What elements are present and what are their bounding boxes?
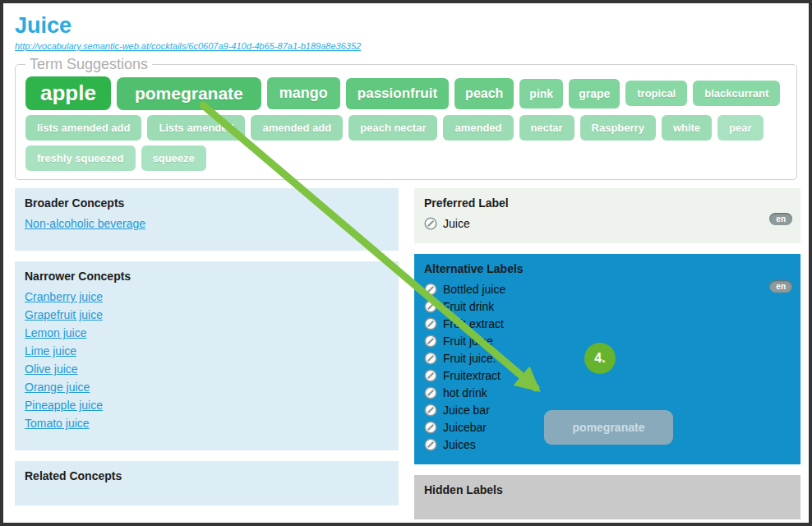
- alternative-label-item: Bottled juice: [424, 280, 791, 298]
- term-suggestion-button[interactable]: blackcurrant: [693, 81, 780, 106]
- alternative-label-text: Fruit juice: [443, 335, 493, 348]
- term-suggestion-button[interactable]: peach nectar: [348, 115, 437, 141]
- term-suggestion-label: peach: [465, 86, 503, 100]
- alternative-label-text: Juicebar: [443, 421, 487, 434]
- term-suggestion-label: white: [673, 122, 700, 134]
- term-suggestion-button[interactable]: peach: [454, 78, 514, 109]
- edit-icon[interactable]: [424, 283, 437, 296]
- alternative-label-text: Fruit juice.: [443, 352, 496, 365]
- term-suggestion-button[interactable]: Lists amended: [147, 115, 245, 141]
- edit-icon[interactable]: [424, 300, 437, 313]
- labels-column: Preferred Label Juice en Alternative Lab…: [414, 188, 800, 526]
- concept-link[interactable]: Cranberry juice: [25, 288, 389, 306]
- term-suggestion-button[interactable]: mango: [267, 77, 340, 109]
- term-suggestion-label: Raspberry: [592, 122, 644, 134]
- alternative-label-text: Juices: [443, 438, 476, 451]
- preferred-label-text: Juice: [443, 217, 470, 230]
- preferred-label-heading: Preferred Label: [424, 196, 791, 210]
- hidden-labels-heading: Hidden Labels: [424, 482, 791, 497]
- term-suggestion-label: squeeze: [153, 152, 195, 164]
- term-suggestion-label: pear: [729, 122, 751, 134]
- term-suggestion-button[interactable]: lists amended add: [25, 115, 141, 141]
- term-suggestion-button[interactable]: pink: [519, 79, 563, 108]
- vocabulary-editor-page: { "page": { "title": "Juice", "uri": "ht…: [0, 0, 812, 526]
- edit-icon[interactable]: [424, 217, 437, 230]
- term-suggestion-label: pomegranate: [135, 84, 243, 103]
- concept-link[interactable]: Non-alcoholic beverage: [25, 215, 389, 233]
- related-concepts-heading: Related Concepts: [25, 468, 389, 483]
- edit-icon[interactable]: [424, 335, 437, 348]
- alternative-label-text: Fruitextract: [443, 369, 501, 382]
- alternative-label-item: Fruit extract: [424, 315, 791, 332]
- term-suggestions-legend: Term Suggestions: [25, 56, 152, 73]
- alternative-label-text: Fruit extract: [443, 317, 504, 330]
- page-header: Juice http://vocabulary.semantic-web.at/…: [3, 3, 809, 53]
- alternative-labels-heading: Alternative Labels: [424, 261, 791, 276]
- concept-link[interactable]: Tomato juice: [25, 414, 389, 432]
- alternative-label-text: Juice bar: [443, 404, 490, 417]
- term-suggestion-label: peach nectar: [360, 122, 426, 134]
- preferred-label-panel: Preferred Label Juice en: [414, 188, 800, 243]
- term-suggestion-button[interactable]: squeeze: [141, 145, 206, 171]
- edit-icon[interactable]: [424, 317, 437, 330]
- concept-link[interactable]: Lemon juice: [25, 324, 389, 342]
- term-suggestion-label: freshly squeezed: [37, 152, 124, 164]
- edit-icon[interactable]: [424, 352, 437, 365]
- term-suggestion-label: mango: [279, 85, 328, 101]
- broader-concepts-heading: Broader Concepts: [25, 196, 389, 210]
- concept-uri-link[interactable]: http://vocabulary.semantic-web.at/cockta…: [15, 41, 361, 51]
- edit-icon[interactable]: [424, 386, 437, 399]
- concept-link[interactable]: Olive juice: [25, 360, 389, 378]
- edit-icon[interactable]: [424, 369, 437, 382]
- narrower-concepts-heading: Narrower Concepts: [25, 269, 389, 284]
- alternative-label-text: hot drink: [443, 386, 487, 399]
- edit-icon[interactable]: [424, 421, 437, 434]
- concept-link[interactable]: Orange juice: [25, 378, 389, 396]
- term-suggestion-button[interactable]: amended add: [251, 115, 343, 141]
- concept-link[interactable]: Lime juice: [25, 342, 389, 360]
- term-suggestion-label: nectar: [531, 122, 563, 134]
- hidden-labels-panel: Hidden Labels: [414, 475, 800, 519]
- narrower-concepts-list: Cranberry juiceGrapefruit juiceLemon jui…: [25, 288, 389, 432]
- language-badge: en: [769, 280, 792, 293]
- term-suggestion-label: amended: [454, 122, 501, 134]
- alternative-label-text: Fruit drink: [443, 300, 494, 313]
- alternative-label-item: Fruit drink: [424, 298, 791, 315]
- term-suggestion-button[interactable]: pomegranate: [117, 77, 261, 110]
- term-suggestion-button[interactable]: grape: [569, 79, 620, 108]
- term-suggestion-label: passionfruit: [358, 85, 437, 101]
- term-suggestion-label: blackcurrant: [704, 87, 768, 99]
- broader-concepts-list: Non-alcoholic beverage: [25, 215, 389, 233]
- edit-icon[interactable]: [424, 438, 437, 451]
- term-suggestion-button[interactable]: white: [662, 115, 712, 141]
- concept-link[interactable]: Pineapple juice: [25, 396, 389, 414]
- term-suggestion-button[interactable]: amended: [443, 115, 513, 141]
- term-suggestion-button[interactable]: pear: [717, 115, 763, 141]
- drag-ghost-pomegranate[interactable]: pomegranate: [544, 410, 673, 445]
- related-concepts-panel: Related Concepts: [15, 461, 399, 505]
- term-suggestion-label: apple: [40, 81, 96, 105]
- concept-link[interactable]: Grapefruit juice: [25, 306, 389, 324]
- term-suggestion-label: grape: [579, 87, 610, 100]
- preferred-label-item: Juice: [424, 215, 791, 232]
- main-content: Broader Concepts Non-alcoholic beverage …: [3, 188, 809, 526]
- term-suggestion-label: tropical: [637, 87, 676, 99]
- relations-column: Broader Concepts Non-alcoholic beverage …: [15, 188, 399, 526]
- broader-concepts-panel: Broader Concepts Non-alcoholic beverage: [15, 188, 399, 251]
- term-suggestions-panel: Term Suggestions apple pomegranate mango…: [15, 56, 797, 180]
- term-suggestion-button[interactable]: passionfruit: [346, 78, 449, 109]
- alternative-label-text: Bottled juice: [443, 283, 505, 296]
- alternative-labels-panel: Alternative Labels Bottled juice: [414, 254, 800, 464]
- term-suggestion-label: Lists amended: [159, 122, 233, 134]
- term-suggestions-list: apple pomegranate mango passionfruit pea…: [25, 76, 788, 171]
- narrower-concepts-panel: Narrower Concepts Cranberry juiceGrapefr…: [15, 261, 399, 450]
- term-suggestion-button[interactable]: tropical: [625, 81, 687, 106]
- alternative-label-item: hot drink: [424, 384, 791, 401]
- term-suggestion-button[interactable]: freshly squeezed: [25, 145, 136, 171]
- term-suggestion-button[interactable]: apple: [25, 76, 111, 110]
- term-suggestion-label: amended add: [262, 122, 331, 134]
- term-suggestion-button[interactable]: Raspberry: [580, 115, 656, 141]
- edit-icon[interactable]: [424, 404, 437, 417]
- term-suggestion-button[interactable]: nectar: [519, 115, 574, 141]
- term-suggestion-label: pink: [529, 87, 553, 100]
